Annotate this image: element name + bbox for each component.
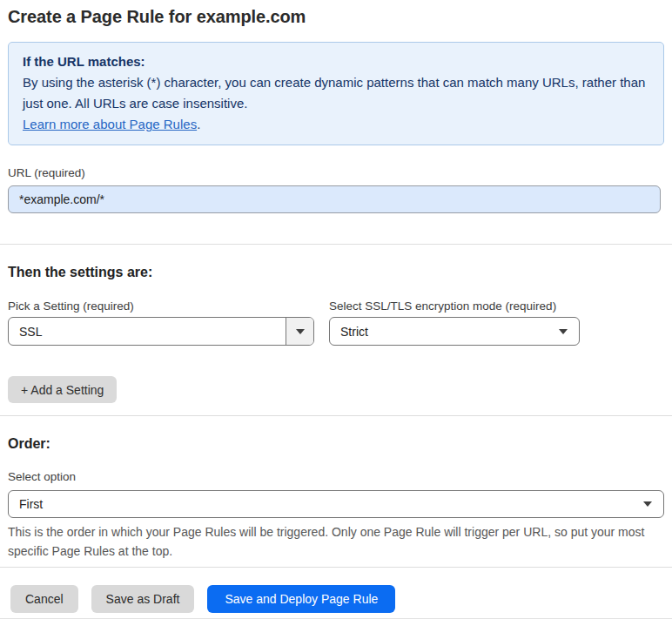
- mode-select-label: Select SSL/TLS encryption mode (required…: [329, 299, 580, 313]
- save-and-deploy-button[interactable]: Save and Deploy Page Rule: [207, 585, 395, 613]
- order-help-text: This is the order in which your Page Rul…: [8, 522, 662, 561]
- url-field-label: URL (required): [8, 166, 664, 179]
- cancel-button[interactable]: Cancel: [10, 585, 78, 613]
- order-select[interactable]: First: [8, 490, 664, 518]
- order-select-value: First: [9, 497, 643, 511]
- ssl-mode-select-value: Strict: [330, 325, 559, 339]
- add-setting-button[interactable]: + Add a Setting: [8, 376, 117, 403]
- order-caret-wrap: [643, 501, 663, 507]
- settings-section-heading: Then the settings are:: [8, 265, 664, 280]
- divider-settings-order: [0, 415, 672, 416]
- info-box-body: By using the asterisk (*) character, you…: [23, 72, 649, 114]
- link-suffix-text: .: [197, 117, 200, 131]
- mode-column: Select SSL/TLS encryption mode (required…: [329, 299, 580, 346]
- setting-select-value: SSL: [9, 325, 286, 339]
- save-as-draft-button[interactable]: Save as Draft: [91, 585, 195, 613]
- ssl-mode-select[interactable]: Strict: [329, 317, 580, 346]
- setting-select[interactable]: SSL: [8, 317, 314, 346]
- create-page-rule-form: Create a Page Rule for example.com If th…: [0, 0, 672, 619]
- form-actions: Cancel Save as Draft Save and Deploy Pag…: [10, 585, 664, 613]
- setting-column: Pick a Setting (required) SSL: [8, 299, 314, 346]
- caret-down-icon: [296, 329, 305, 334]
- settings-row: Pick a Setting (required) SSL Select SSL…: [8, 299, 664, 346]
- setting-select-caret-button[interactable]: [286, 318, 313, 345]
- url-input[interactable]: [8, 185, 661, 213]
- info-box-heading: If the URL matches:: [23, 51, 649, 72]
- page-title: Create a Page Rule for example.com: [8, 7, 664, 27]
- caret-down-icon: [643, 501, 652, 507]
- caret-down-icon: [559, 329, 568, 334]
- learn-more-link[interactable]: Learn more about Page Rules: [23, 117, 197, 131]
- setting-select-label: Pick a Setting (required): [8, 299, 314, 313]
- divider-url-settings: [0, 244, 672, 245]
- url-match-info-box: If the URL matches: By using the asteris…: [8, 42, 664, 145]
- divider-order-actions: [0, 567, 672, 568]
- ssl-mode-caret-wrap: [559, 329, 579, 334]
- info-box-link-line: Learn more about Page Rules.: [23, 114, 649, 135]
- order-section-heading: Order:: [8, 436, 664, 452]
- order-select-label: Select option: [8, 470, 664, 483]
